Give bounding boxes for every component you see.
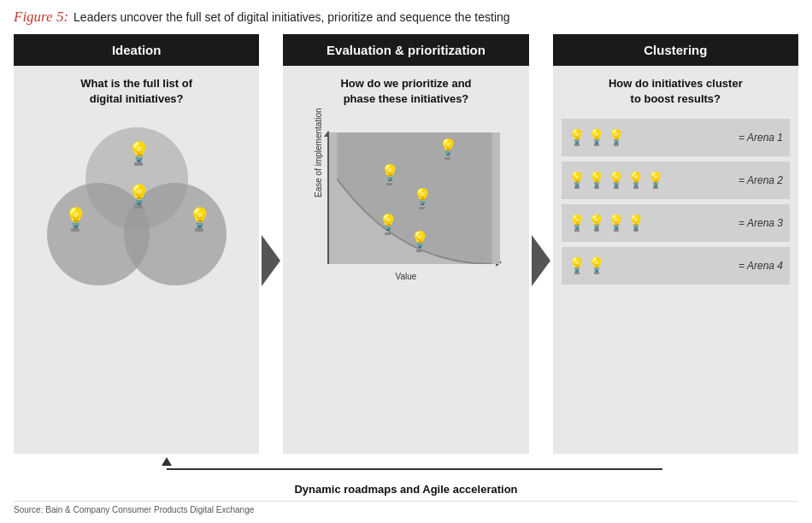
x-axis-label: Value	[312, 272, 500, 281]
arena-row-4: 💡 💡 = Arena 4	[562, 247, 790, 285]
arena-2-bulbs: 💡 💡 💡 💡 💡	[568, 173, 730, 189]
arena-2-bulb-1: 💡	[568, 173, 585, 189]
y-axis-label: Ease of implementation	[314, 109, 323, 198]
columns-row: Ideation What is the full list ofdigital…	[14, 34, 798, 454]
arena-4-bulb-2: 💡	[588, 258, 605, 274]
bulb-top: 💡	[127, 143, 150, 166]
arena-3-label: = Arena 3	[738, 217, 783, 229]
bulb-center: 💡	[127, 185, 150, 209]
matrix-chart: Ease of implementation	[312, 119, 500, 281]
arena-1-label: = Arena 1	[738, 132, 783, 144]
bulb-icon: 💡	[64, 209, 87, 227]
roadmap-section: Dynamic roadmaps and Agile acceleration	[14, 457, 798, 496]
arena-2-bulb-4: 💡	[627, 173, 644, 189]
title-row: Figure 5: Leaders uncover the full set o…	[14, 9, 798, 26]
matrix-bulb-5: 💡	[410, 230, 429, 252]
arena-row-2: 💡 💡 💡 💡 💡 = Arena 2	[562, 162, 790, 199]
arena-2-bulb-3: 💡	[608, 173, 625, 189]
matrix-bulb-4: 💡	[379, 213, 397, 235]
bulb-icon: 💡	[127, 143, 150, 162]
arena-2-label: = Arena 2	[738, 174, 783, 186]
arrow-col-2	[529, 67, 553, 454]
matrix-bulb-2: 💡	[380, 163, 399, 185]
arena-3-bulb-4: 💡	[627, 215, 644, 232]
ideation-question: What is the full list ofdigital initiati…	[80, 76, 192, 107]
title-text: Leaders uncover the full set of digital …	[74, 10, 510, 24]
ideation-body: What is the full list ofdigital initiati…	[14, 66, 259, 454]
arena-3-bulbs: 💡 💡 💡 💡	[568, 215, 730, 232]
evaluation-body: How do we prioritize andphase these init…	[283, 66, 528, 454]
page-wrapper: Figure 5: Leaders uncover the full set o…	[0, 0, 812, 523]
arena-row-1: 💡 💡 💡 = Arena 1	[562, 119, 790, 156]
right-arrow-2	[532, 235, 550, 286]
arena-1-bulb-2: 💡	[588, 130, 605, 146]
clustering-body: How do initiatives clusterto boost resul…	[553, 66, 798, 454]
right-arrow-1	[262, 235, 280, 286]
matrix-bulb-1: 💡	[438, 138, 457, 160]
bulb-bottom-left: 💡	[64, 209, 87, 232]
clustering-header: Clustering	[553, 34, 798, 66]
clustering-question: How do initiatives clusterto boost resul…	[609, 76, 743, 107]
bulb-base	[71, 228, 79, 232]
roadmap-arrowhead-up	[162, 457, 172, 466]
evaluation-header: Evaluation & prioritization	[283, 34, 528, 66]
arena-4-bulbs: 💡 💡	[568, 258, 730, 274]
arena-3-bulb-2: 💡	[588, 215, 605, 232]
bulb-bottom-right: 💡	[188, 209, 211, 232]
bulb-base	[195, 228, 203, 232]
arena-2-bulb-5: 💡	[647, 173, 664, 189]
arena-4-label: = Arena 4	[738, 260, 783, 272]
roadmap-arrow	[150, 457, 662, 481]
arena-1-bulb-1: 💡	[568, 130, 585, 146]
evaluation-question: How do we prioritize andphase these init…	[340, 76, 471, 107]
arena-2-bulb-2: 💡	[588, 173, 605, 189]
arena-4-bulb-1: 💡	[568, 258, 585, 274]
arena-3-bulb-1: 💡	[568, 215, 585, 232]
arena-row-3: 💡 💡 💡 💡 = Arena 3	[562, 204, 790, 242]
arena-3-bulb-3: 💡	[608, 215, 625, 232]
ideation-column: Ideation What is the full list ofdigital…	[14, 34, 259, 454]
ideation-header: Ideation	[14, 34, 259, 66]
clustering-column: Clustering How do initiatives clusterto …	[553, 34, 798, 454]
figure-label: Figure 5:	[14, 9, 68, 26]
arrow-col-1	[259, 67, 283, 454]
evaluation-column: Evaluation & prioritization How do we pr…	[283, 34, 528, 454]
bulb-icon: 💡	[127, 185, 150, 204]
arena-1-bulb-3: 💡	[608, 130, 625, 146]
bulb-base	[134, 162, 143, 166]
matrix-bulb-3: 💡	[413, 187, 432, 209]
source-row: Source: Bain & Company Consumer Products…	[14, 501, 798, 514]
roadmap-label: Dynamic roadmaps and Agile acceleration	[294, 483, 517, 496]
roadmap-line	[167, 468, 662, 470]
bulb-base	[134, 205, 143, 209]
bulb-icon: 💡	[188, 209, 211, 227]
arena-1-bulbs: 💡 💡 💡	[568, 130, 730, 146]
arenas-container: 💡 💡 💡 = Arena 1 💡 💡 💡 💡	[562, 119, 790, 285]
venn-diagram: 💡 💡 💡 💡	[38, 119, 235, 290]
